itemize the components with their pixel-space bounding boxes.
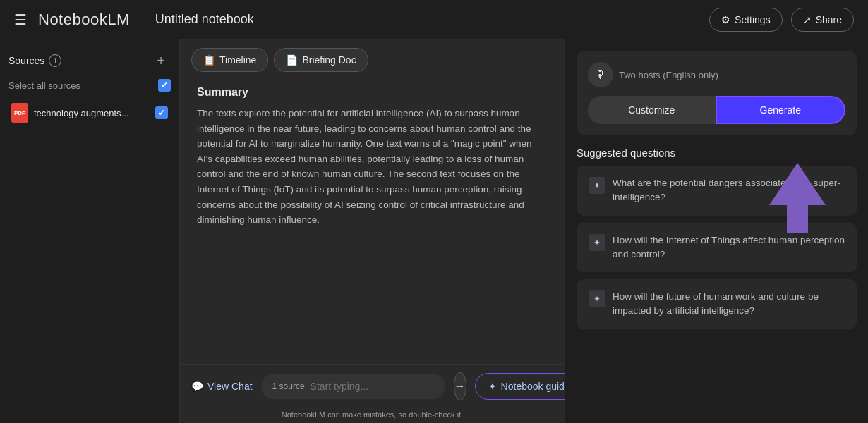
settings-label: Settings <box>735 14 771 25</box>
tabs-bar: 📋 Timeline 📄 Briefing Doc <box>180 39 565 72</box>
send-button[interactable]: → <box>454 372 466 400</box>
notebook-guide-button[interactable]: ✦ Notebook guide <box>475 373 565 400</box>
timeline-icon: 📋 <box>203 54 215 66</box>
chat-input[interactable] <box>311 381 434 392</box>
source-item-left: PDF technology augments... <box>11 103 128 123</box>
briefing-doc-icon: 📄 <box>286 54 298 66</box>
sources-label: Sources <box>8 55 44 66</box>
share-icon: ↗ <box>803 14 812 25</box>
question-card-3[interactable]: ✦ How will the future of human work and … <box>577 279 857 329</box>
sparkle-icon: ✦ <box>488 381 497 392</box>
chat-bar: 💬 View Chat 1 source → ✦ Notebook guide <box>180 364 565 407</box>
notebook-guide-label: Notebook guide <box>501 381 565 392</box>
pdf-icon: PDF <box>11 103 28 123</box>
audio-icon: 🎙 <box>588 62 613 87</box>
chat-input-wrapper: 1 source <box>261 374 445 399</box>
tab-briefing-doc-label: Briefing Doc <box>302 54 356 66</box>
share-label: Share <box>816 14 842 25</box>
arrow-overlay <box>769 163 826 233</box>
chat-icon: 💬 <box>191 381 203 392</box>
main-layout: Sources i + Select all sources PDF techn… <box>0 39 868 423</box>
hamburger-icon[interactable]: ☰ <box>14 11 27 28</box>
source-name: technology augments... <box>34 108 128 118</box>
question-text-2: How will the Internet of Things affect h… <box>613 233 845 262</box>
content-area: 📋 Timeline 📄 Briefing Doc Summary The te… <box>180 39 565 423</box>
send-icon: → <box>454 380 466 393</box>
suggested-questions-title: Suggested questions <box>577 147 857 159</box>
gear-icon: ⚙ <box>721 14 730 25</box>
customize-button[interactable]: Customize <box>588 96 716 124</box>
select-all-label: Select all sources <box>8 80 80 91</box>
add-source-icon[interactable]: + <box>151 51 171 70</box>
question-text-3: How will the future of human work and cu… <box>613 290 845 319</box>
select-all-row: Select all sources <box>0 76 179 94</box>
logo: NotebookLM <box>38 11 130 29</box>
source-checkbox[interactable] <box>155 106 168 119</box>
sources-header: Sources i + <box>0 48 179 76</box>
tab-briefing-doc[interactable]: 📄 Briefing Doc <box>274 48 368 72</box>
customize-label: Customize <box>628 104 675 116</box>
summary-area: Summary The texts explore the potential … <box>180 72 565 364</box>
topbar-left: ☰ NotebookLM Untitled notebook <box>14 11 254 29</box>
topbar-right: ⚙ Settings ↗ Share <box>709 8 854 32</box>
up-arrow-stem <box>787 205 808 233</box>
summary-text: The texts explore the potential for arti… <box>197 106 548 228</box>
view-chat-label: View Chat <box>207 381 253 392</box>
notebook-title: Untitled notebook <box>155 12 254 27</box>
list-item[interactable]: PDF technology augments... <box>3 97 176 128</box>
question-icon-3: ✦ <box>589 290 605 307</box>
topbar: ☰ NotebookLM Untitled notebook ⚙ Setting… <box>0 0 868 39</box>
share-button[interactable]: ↗ Share <box>791 8 854 32</box>
customize-generate-row: Customize Generate <box>588 96 845 124</box>
generate-label: Generate <box>760 104 801 116</box>
hosts-label: Two hosts (English only) <box>619 70 718 80</box>
sidebar: Sources i + Select all sources PDF techn… <box>0 39 180 423</box>
question-icon-2: ✦ <box>589 234 605 251</box>
question-icon-1: ✦ <box>589 177 605 194</box>
tab-timeline-label: Timeline <box>219 54 256 66</box>
disclaimer-text: NotebookLM can make mistakes, so double-… <box>180 407 565 423</box>
summary-title: Summary <box>197 86 548 99</box>
view-chat-button[interactable]: 💬 View Chat <box>191 381 253 392</box>
generate-button[interactable]: Generate <box>716 96 846 124</box>
info-icon[interactable]: i <box>49 54 61 67</box>
sources-title-group: Sources i <box>8 54 61 67</box>
select-all-checkbox[interactable] <box>158 79 171 92</box>
audio-overview-card: 🎙 Two hosts (English only) Customize Gen… <box>577 51 857 135</box>
right-panel: 🎙 Two hosts (English only) Customize Gen… <box>565 39 868 423</box>
settings-button[interactable]: ⚙ Settings <box>709 8 783 32</box>
source-badge: 1 source <box>272 381 305 391</box>
up-arrow-head <box>769 163 826 205</box>
audio-card-header: 🎙 Two hosts (English only) <box>588 62 845 87</box>
microphone-icon: 🎙 <box>595 68 606 81</box>
tab-timeline[interactable]: 📋 Timeline <box>191 48 268 72</box>
